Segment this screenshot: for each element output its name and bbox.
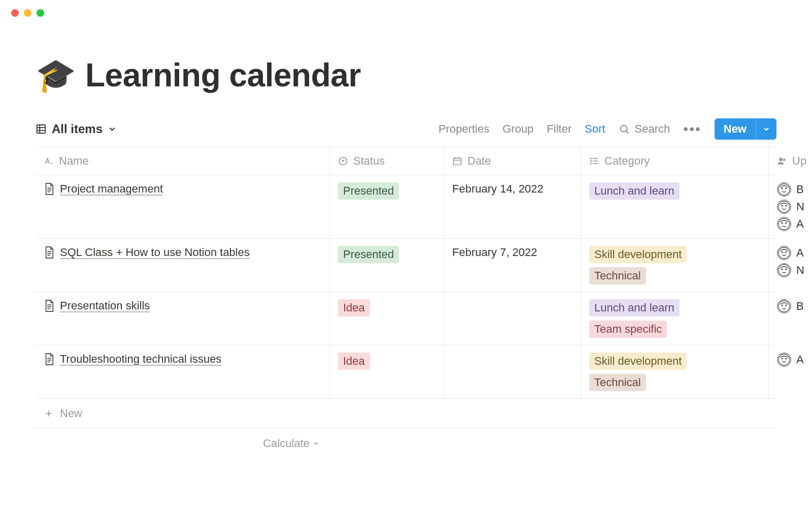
window-controls	[0, 0, 812, 26]
new-button[interactable]: New	[715, 118, 776, 140]
column-label: Status	[353, 154, 385, 168]
cell-name[interactable]: SQL Class + How to use Notion tables	[36, 239, 330, 292]
column-label: Category	[604, 154, 650, 168]
person: A	[777, 246, 804, 260]
table-view-icon	[36, 123, 47, 135]
avatar	[777, 299, 791, 313]
page-icon	[44, 182, 55, 196]
category-badge: Technical	[589, 374, 646, 391]
table-row[interactable]: Project managementPresentedFebruary 14, …	[36, 175, 776, 239]
sort-button[interactable]: Sort	[585, 122, 605, 136]
cell-status[interactable]: Idea	[330, 292, 444, 345]
search-button[interactable]: Search	[619, 122, 670, 136]
person: B	[777, 182, 804, 197]
table-row[interactable]: Presentation skillsIdeaLunch and learnTe…	[36, 292, 776, 345]
database-table: Name Status Date Category Up Project man…	[36, 147, 776, 458]
svg-point-39	[785, 251, 787, 253]
calculate-label: Calculate	[263, 437, 310, 450]
search-icon	[619, 123, 630, 135]
avatar	[777, 182, 791, 197]
new-button-dropdown[interactable]	[756, 118, 776, 140]
avatar	[777, 353, 791, 367]
add-row-label: New	[60, 407, 82, 420]
cell-category[interactable]: Lunch and learn	[581, 175, 769, 238]
table-row[interactable]: Troubleshooting technical issuesIdeaSkil…	[36, 345, 776, 399]
svg-rect-10	[454, 158, 461, 165]
cell-name[interactable]: Troubleshooting technical issues	[36, 345, 330, 398]
cell-date[interactable]: February 7, 2022	[444, 239, 581, 292]
cell-date[interactable]	[444, 345, 581, 398]
more-options-button[interactable]: •••	[683, 121, 701, 137]
svg-point-41	[782, 269, 783, 270]
category-badge: Skill development	[589, 246, 687, 263]
svg-point-38	[782, 251, 783, 253]
page-title[interactable]: Learning calendar	[85, 56, 361, 94]
page-icon	[44, 246, 55, 259]
filter-button[interactable]: Filter	[547, 122, 571, 136]
svg-point-42	[785, 269, 787, 270]
close-window-button[interactable]	[11, 9, 19, 17]
select-property-icon	[338, 156, 348, 166]
page-icon[interactable]: 🎓	[36, 59, 76, 91]
group-button[interactable]: Group	[502, 122, 533, 136]
avatar	[777, 200, 791, 214]
status-badge: Presented	[338, 246, 399, 263]
svg-point-47	[782, 305, 783, 306]
cell-people[interactable]: AN	[769, 239, 812, 292]
status-badge: Presented	[338, 182, 399, 200]
page-icon	[44, 299, 55, 312]
cell-category[interactable]: Lunch and learnTeam specific	[581, 292, 769, 345]
svg-point-33	[785, 223, 787, 224]
column-header-name[interactable]: Name	[36, 147, 330, 175]
cell-date[interactable]	[444, 292, 581, 345]
column-header-people[interactable]: Up	[769, 147, 812, 175]
person-initial: B	[796, 183, 804, 196]
person: B	[777, 299, 804, 313]
cell-status[interactable]: Idea	[330, 345, 444, 398]
svg-point-17	[591, 158, 592, 159]
svg-point-32	[782, 223, 783, 224]
cell-people[interactable]: A	[769, 345, 812, 398]
maximize-window-button[interactable]	[37, 9, 44, 17]
minimize-window-button[interactable]	[24, 9, 31, 17]
person-initial: N	[796, 264, 804, 277]
cell-status[interactable]: Presented	[330, 239, 444, 292]
avatar	[777, 217, 791, 231]
date-property-icon	[452, 156, 462, 166]
column-header-date[interactable]: Date	[444, 147, 581, 175]
view-switcher[interactable]: All items	[36, 122, 117, 136]
row-title[interactable]: Project management	[60, 182, 163, 196]
svg-point-53	[782, 358, 783, 360]
column-header-status[interactable]: Status	[330, 147, 444, 175]
column-label: Name	[59, 154, 89, 168]
cell-status[interactable]: Presented	[330, 175, 444, 238]
database-toolbar: All items Properties Group Filter Sort S…	[36, 118, 776, 147]
cell-name[interactable]: Project management	[36, 175, 330, 238]
add-row-button[interactable]: New	[36, 399, 776, 429]
properties-button[interactable]: Properties	[438, 122, 489, 136]
chevron-down-icon	[762, 125, 770, 133]
category-badge: Technical	[589, 267, 646, 284]
table-row[interactable]: SQL Class + How to use Notion tablesPres…	[36, 239, 776, 292]
cell-name[interactable]: Presentation skills	[36, 292, 330, 345]
person-initial: B	[796, 300, 804, 313]
calculate-button[interactable]: Calculate	[36, 437, 330, 450]
avatar	[777, 263, 791, 277]
svg-point-19	[591, 163, 592, 164]
new-button-label: New	[715, 118, 756, 140]
cell-people[interactable]: BNA	[769, 175, 812, 238]
person-initial: A	[796, 353, 804, 366]
category-badge: Lunch and learn	[589, 182, 680, 200]
svg-point-26	[782, 188, 783, 189]
cell-date[interactable]: February 14, 2022	[444, 175, 581, 238]
person-initial: A	[796, 246, 804, 260]
column-header-category[interactable]: Category	[581, 147, 769, 175]
status-badge: Idea	[338, 353, 370, 370]
person: N	[777, 263, 804, 277]
row-title[interactable]: Troubleshooting technical issues	[60, 353, 221, 366]
cell-category[interactable]: Skill developmentTechnical	[581, 345, 769, 398]
row-title[interactable]: SQL Class + How to use Notion tables	[60, 246, 250, 259]
cell-category[interactable]: Skill developmentTechnical	[581, 239, 769, 292]
cell-people[interactable]: B	[769, 292, 812, 345]
row-title[interactable]: Presentation skills	[60, 299, 150, 312]
